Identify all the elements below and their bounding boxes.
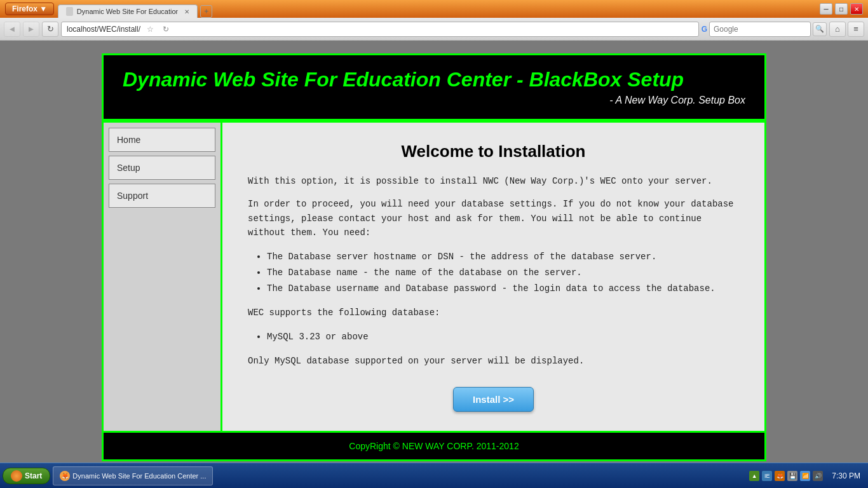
firefox-menu-button[interactable]: Firefox ▼ <box>5 3 54 15</box>
para3-text: Only MySQL database supported on your se… <box>248 354 739 368</box>
requirements-list: The Database server hostname or DSN - th… <box>267 249 739 297</box>
tray-icon-5: 📶 <box>800 471 810 481</box>
site-subtitle: - A New Way Corp. Setup Box <box>123 95 745 106</box>
footer-copyright: CopyRight © NEW WAY CORP. 2011-2012 <box>349 441 519 451</box>
taskbar-right: ▲ IE 🦊 💾 📶 🔊 7:30 PM <box>749 471 865 481</box>
active-tab[interactable]: Dynamic Web Site For Education Center ..… <box>58 4 198 18</box>
site-header: Dynamic Web Site For Education Center - … <box>102 53 766 121</box>
bookmark-star-icon[interactable]: ☆ <box>143 22 157 36</box>
list-item: MySQL 3.23 or above <box>267 329 739 345</box>
new-tab-button[interactable]: + <box>200 5 212 18</box>
browser-titlebar: Firefox ▼ Dynamic Web Site For Education… <box>0 0 868 18</box>
address-icons: ☆ ↻ <box>143 22 173 36</box>
reload-button[interactable]: ↻ <box>42 22 58 37</box>
home-button[interactable]: ⌂ <box>829 22 846 37</box>
address-text: localhost/WEC/install/ <box>67 25 140 34</box>
tab-bar: Dynamic Web Site For Education Center ..… <box>58 0 816 18</box>
tab-title: Dynamic Web Site For Education Center ..… <box>77 8 178 15</box>
back-button[interactable]: ◄ <box>4 22 20 37</box>
para1-text: In order to proceed, you will need your … <box>248 197 739 240</box>
tray-icon-4: 💾 <box>787 471 797 481</box>
system-clock: 7:30 PM <box>827 471 865 480</box>
site-footer: CopyRight © NEW WAY CORP. 2011-2012 <box>102 433 766 461</box>
db-list: MySQL 3.23 or above <box>267 329 739 345</box>
reload-address-icon[interactable]: ↻ <box>159 22 173 36</box>
tab-favicon <box>66 7 73 16</box>
system-tray-icons: ▲ IE 🦊 💾 📶 🔊 <box>749 471 823 481</box>
tray-icon-6: 🔊 <box>813 471 823 481</box>
google-search-input[interactable] <box>709 22 811 37</box>
menu-button[interactable]: ≡ <box>848 22 864 37</box>
address-bar[interactable]: localhost/WEC/install/ ☆ ↻ <box>61 22 699 37</box>
sidebar-item-home[interactable]: Home <box>109 128 215 152</box>
google-search-box: G 🔍 <box>702 22 827 37</box>
start-orb-icon <box>11 470 22 482</box>
browser-navbar: ◄ ► ↻ localhost/WEC/install/ ☆ ↻ G 🔍 ⌂ ≡ <box>0 18 868 41</box>
page-title: Welcome to Installation <box>248 142 739 161</box>
list-item: The Database server hostname or DSN - th… <box>267 249 739 265</box>
taskbar-browser-icon: 🦊 <box>60 471 70 481</box>
taskbar-item-label: Dynamic Web Site For Education Center ..… <box>72 472 206 480</box>
tray-icon-1: ▲ <box>749 471 759 481</box>
main-content: Welcome to Installation With this option… <box>222 121 766 433</box>
sidebar-item-setup[interactable]: Setup <box>109 156 215 180</box>
taskbar-item-browser[interactable]: 🦊 Dynamic Web Site For Education Center … <box>53 466 213 485</box>
close-button[interactable]: ✕ <box>850 3 863 15</box>
content-area: Home Setup Support Welcome to Installati… <box>102 121 766 433</box>
window-controls: ─ □ ✕ <box>820 3 863 15</box>
sidebar-item-support[interactable]: Support <box>109 184 215 208</box>
site-title: Dynamic Web Site For Education Center - … <box>123 68 745 92</box>
maximize-button[interactable]: □ <box>835 3 848 15</box>
nav-right-buttons: ⌂ ≡ <box>829 22 864 37</box>
intro-text: With this option, it is possible to inst… <box>248 174 739 188</box>
para2-text: WEC supports the following database: <box>248 306 739 320</box>
page-wrapper: Dynamic Web Site For Education Center - … <box>0 41 868 474</box>
start-label: Start <box>25 471 42 480</box>
tray-icon-3: 🦊 <box>775 471 785 481</box>
tray-icon-2: IE <box>762 471 772 481</box>
install-button[interactable]: Install >> <box>453 387 534 412</box>
list-item: The Database username and Database passw… <box>267 281 739 297</box>
install-button-wrapper: Install >> <box>248 387 739 412</box>
google-logo: G <box>702 25 707 34</box>
minimize-button[interactable]: ─ <box>820 3 832 15</box>
start-button[interactable]: Start <box>3 468 50 484</box>
taskbar: Start 🦊 Dynamic Web Site For Education C… <box>0 463 868 488</box>
list-item: The Database name - the name of the data… <box>267 265 739 281</box>
sidebar: Home Setup Support <box>102 121 222 433</box>
tab-close-button[interactable]: ✕ <box>184 8 189 15</box>
google-search-button[interactable]: 🔍 <box>813 22 827 36</box>
forward-button[interactable]: ► <box>23 22 39 37</box>
